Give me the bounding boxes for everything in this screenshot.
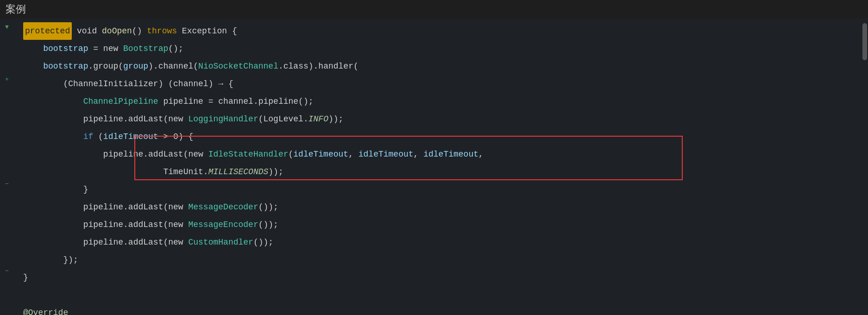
- token-indent13: [23, 233, 83, 251]
- token-indent8: [23, 145, 103, 163]
- token-semi12: ());: [258, 216, 278, 233]
- token-idletimeout4: idleTimeout: [423, 145, 478, 163]
- code-container: ▼ + − − protected void doOpen() throws E…: [0, 19, 868, 315]
- code-line-3: bootstrap.group(group).channel(NioSocket…: [23, 57, 868, 75]
- token-pipeline1: pipeline = channel.pipeline();: [158, 93, 314, 110]
- code-line-2: bootstrap = new Bootstrap();: [23, 40, 868, 57]
- token-semi2: ();: [168, 40, 183, 57]
- gutter-row-15[interactable]: −: [0, 263, 14, 280]
- token-close-brace14: });: [63, 251, 78, 269]
- token-indent14: [23, 251, 63, 269]
- token-indent11: [23, 198, 83, 216]
- token-semi13: ());: [253, 233, 273, 251]
- gutter-row-8: [0, 140, 14, 158]
- token-logginghandler: LoggingHandler: [188, 110, 258, 128]
- token-info: INFO: [308, 110, 328, 128]
- token-comma3: ,: [478, 145, 484, 163]
- token-semi6: ));: [328, 110, 343, 128]
- gutter-row-2: [0, 36, 14, 54]
- gutter-row-11: [0, 193, 14, 210]
- gutter-row-16: [0, 280, 14, 298]
- token-semi11: ());: [258, 198, 278, 216]
- token-close-brace10: }: [83, 181, 88, 198]
- token-void: void: [72, 22, 102, 40]
- token-idletimeout3: idleTimeout: [359, 145, 414, 163]
- token-class-handler: .class).handler(: [278, 57, 359, 75]
- token-paren1: (): [132, 22, 147, 40]
- token-indent4: [23, 75, 63, 93]
- token-comma2: ,: [414, 145, 424, 163]
- token-bootstrap1: bootstrap: [43, 40, 88, 57]
- code-area: protected void doOpen() throws Exception…: [14, 19, 868, 315]
- token-throws1: throws: [147, 22, 177, 40]
- code-line-1: protected void doOpen() throws Exception…: [23, 22, 868, 40]
- code-line-13: pipeline.addLast(new CustomHandler());: [23, 233, 868, 251]
- token-indent9: [23, 163, 163, 181]
- token-indent10: [23, 181, 83, 198]
- token-indent7: [23, 128, 83, 145]
- gutter-row-5: [0, 88, 14, 106]
- token-messagedecoder: MessageDecoder: [188, 198, 258, 216]
- gutter-row-9: [0, 158, 14, 176]
- token-if: if: [83, 128, 94, 145]
- token-addlast3: pipeline.addLast(new: [83, 198, 189, 216]
- code-line-15: }: [23, 269, 868, 286]
- token-nio: NioSocketChannel: [198, 57, 278, 75]
- token-group-param: group: [123, 57, 148, 75]
- code-line-17: @Override: [23, 304, 868, 315]
- token-indent3: [23, 57, 43, 75]
- gutter-row-4[interactable]: +: [0, 71, 14, 88]
- scrollbar[interactable]: [862, 19, 868, 315]
- token-customhandler: CustomHandler: [188, 233, 253, 251]
- gutter-row-13: [0, 228, 14, 246]
- token-addlast4: pipeline.addLast(new: [83, 216, 189, 233]
- token-idle-paren: (: [289, 145, 294, 163]
- token-loglevel: (LogLevel.: [258, 110, 308, 128]
- token-indent2: [23, 40, 43, 57]
- token-channelinitializer: (ChannelInitializer) (channel) → {: [63, 75, 233, 93]
- code-line-16: [23, 286, 868, 304]
- code-line-7: if (idleTimeout > 0) {: [23, 128, 868, 145]
- scroll-thumb[interactable]: [862, 23, 867, 60]
- left-gutter: ▼ + − −: [0, 19, 14, 315]
- token-exception1: Exception {: [177, 22, 237, 40]
- token-gt0: > 0) {: [158, 128, 194, 145]
- token-group: .group(: [88, 57, 123, 75]
- code-line-8: pipeline.addLast(new IdleStateHandler(id…: [23, 145, 868, 163]
- code-line-14: });: [23, 251, 868, 269]
- token-addlast2: pipeline.addLast(new: [103, 145, 208, 163]
- token-override: @Override: [23, 304, 68, 315]
- token-channel: ).channel(: [148, 57, 198, 75]
- gutter-row-1[interactable]: ▼: [0, 19, 14, 36]
- token-comma1: ,: [348, 145, 359, 163]
- token-bootstrap-class: Bootstrap: [123, 40, 168, 57]
- token-indent6: [23, 110, 83, 128]
- code-line-6: pipeline.addLast(new LoggingHandler(LogL…: [23, 110, 868, 128]
- gutter-row-14: [0, 245, 14, 263]
- token-addlast5: pipeline.addLast(new: [83, 233, 189, 251]
- token-idletimeout2: idleTimeout: [293, 145, 348, 163]
- token-idlestatehandler: IdleStateHandler: [208, 145, 289, 163]
- token-close-brace15: }: [23, 269, 28, 286]
- gutter-row-17: [0, 297, 14, 315]
- token-indent12: [23, 216, 83, 233]
- code-line-11: pipeline.addLast(new MessageDecoder());: [23, 198, 868, 216]
- token-timeunit: TimeUnit.: [163, 163, 208, 181]
- token-semi9: ));: [268, 163, 283, 181]
- gutter-row-12: [0, 210, 14, 228]
- token-eq: = new: [88, 40, 123, 57]
- gutter-row-10[interactable]: −: [0, 176, 14, 193]
- token-protected: protected: [23, 22, 72, 40]
- token-doopen: doOpen: [102, 22, 132, 40]
- token-addlast1: pipeline.addLast(new: [83, 110, 189, 128]
- code-line-12: pipeline.addLast(new MessageEncoder());: [23, 216, 868, 233]
- token-bootstrap2: bootstrap: [43, 57, 88, 75]
- token-channelpipeline: ChannelPipeline: [83, 93, 158, 110]
- code-line-10: }: [23, 181, 868, 198]
- code-line-9: TimeUnit.MILLISECONDS));: [23, 163, 868, 181]
- page-title: 案例: [0, 0, 868, 19]
- token-milliseconds: MILLISECONDS: [208, 163, 269, 181]
- code-line-5: ChannelPipeline pipeline = channel.pipel…: [23, 93, 868, 110]
- token-if-paren: (: [93, 128, 103, 145]
- gutter-row-3: [0, 53, 14, 71]
